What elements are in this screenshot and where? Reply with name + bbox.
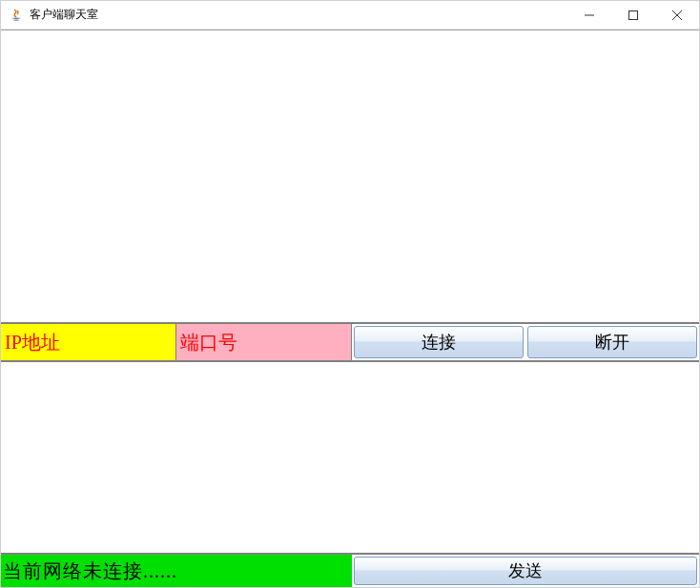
titlebar: 客户端聊天室 [1,1,699,30]
connection-bar: IP地址 端口号 连接 断开 [1,322,699,362]
maximize-button[interactable] [611,1,655,29]
ip-address-label: IP地址 [1,324,176,360]
close-button[interactable] [655,1,699,29]
connection-status: 当前网络未连接...... [1,555,352,587]
message-input-area[interactable] [1,362,699,553]
connect-button[interactable]: 连接 [354,326,524,358]
window-controls [567,1,699,29]
svg-rect-1 [629,10,638,19]
disconnect-button[interactable]: 断开 [527,326,697,358]
chat-display-area[interactable] [1,30,699,322]
java-icon [9,8,24,23]
port-label: 端口号 [176,324,352,360]
window-frame: 客户端聊天室 IP地址 端口号 连接 断开 当前网络未连接...... 发送 [0,0,700,588]
status-bar: 当前网络未连接...... 发送 [1,553,699,587]
send-button[interactable]: 发送 [354,557,697,585]
minimize-button[interactable] [567,1,611,29]
content-area: IP地址 端口号 连接 断开 当前网络未连接...... 发送 [1,30,699,587]
window-title: 客户端聊天室 [30,7,567,23]
